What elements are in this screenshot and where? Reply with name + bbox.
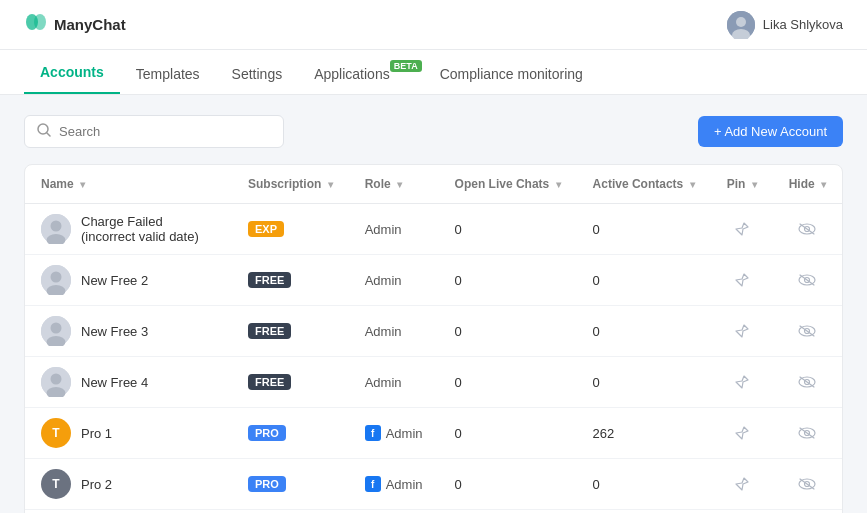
account-name: New Free 4 (81, 375, 148, 390)
pin-icon[interactable] (727, 425, 757, 441)
open-live-chats-cell: 0 (439, 459, 577, 510)
subscription-cell: PRO (232, 408, 349, 459)
subscription-cell: PRO (232, 459, 349, 510)
col-role[interactable]: Role ▾ (349, 165, 439, 204)
hide-icon[interactable] (789, 426, 826, 440)
hide-icon[interactable] (789, 222, 826, 236)
active-contacts-cell: 0 (577, 459, 711, 510)
avatar: T (41, 469, 71, 499)
nav-item-applications[interactable]: Applications BETA (298, 52, 424, 94)
facebook-icon: f (365, 425, 381, 441)
hide-icon[interactable] (789, 324, 826, 338)
active-contacts-cell: 0 (577, 357, 711, 408)
pin-cell[interactable] (711, 408, 773, 459)
sort-arrow-hide: ▾ (821, 179, 826, 190)
subscription-badge: EXP (248, 221, 284, 237)
svg-point-20 (51, 323, 62, 334)
svg-point-3 (736, 17, 746, 27)
table-row: New Free 3 FREE Admin 0 0 (25, 306, 842, 357)
nav-bar: Accounts Templates Settings Applications… (0, 50, 867, 95)
hide-cell[interactable] (773, 255, 842, 306)
add-new-account-button[interactable]: + Add New Account (698, 116, 843, 147)
nav-item-settings[interactable]: Settings (216, 52, 299, 94)
pin-icon[interactable] (727, 374, 757, 390)
open-live-chats-cell: 0 (439, 204, 577, 255)
account-name-cell: New Free 2 (25, 255, 232, 306)
nav-label-settings: Settings (232, 66, 283, 82)
sort-arrow-name: ▾ (80, 179, 85, 190)
hide-cell[interactable] (773, 357, 842, 408)
hide-cell[interactable] (773, 408, 842, 459)
toolbar: + Add New Account (24, 115, 843, 148)
hide-cell[interactable] (773, 204, 842, 255)
col-hide[interactable]: Hide ▾ (773, 165, 842, 204)
active-contacts-value: 262 (593, 426, 615, 441)
nav-label-compliance: Compliance monitoring (440, 66, 583, 82)
account-name: Pro 2 (81, 477, 112, 492)
account-name-cell: New Free 4 (25, 357, 232, 408)
hide-cell[interactable] (773, 510, 842, 514)
pin-cell[interactable] (711, 255, 773, 306)
open-live-chats-value: 0 (455, 477, 462, 492)
app-container: ManyChat Lika Shlykova Accounts Template… (0, 0, 867, 513)
pin-icon[interactable] (727, 272, 757, 288)
account-name: Charge Failed (incorrect valid date) (81, 214, 216, 244)
search-box[interactable] (24, 115, 284, 148)
avatar (41, 214, 71, 244)
avatar (41, 316, 71, 346)
table-row: Pro 3 PRO Admin 0 0 (25, 510, 842, 514)
nav-item-templates[interactable]: Templates (120, 52, 216, 94)
accounts-table: Name ▾ Subscription ▾ Role ▾ Open Live (24, 164, 843, 513)
hide-cell[interactable] (773, 306, 842, 357)
table-row: New Free 4 FREE Admin 0 0 (25, 357, 842, 408)
logo-area: ManyChat (24, 10, 126, 39)
open-live-chats-cell: 0 (439, 306, 577, 357)
nav-item-accounts[interactable]: Accounts (24, 50, 120, 94)
avatar-letter: T (52, 477, 59, 491)
col-subscription[interactable]: Subscription ▾ (232, 165, 349, 204)
search-input[interactable] (59, 124, 271, 139)
pin-cell[interactable] (711, 459, 773, 510)
nav-item-compliance[interactable]: Compliance monitoring (424, 52, 599, 94)
col-active-contacts[interactable]: Active Contacts ▾ (577, 165, 711, 204)
nav-label-accounts: Accounts (40, 64, 104, 80)
active-contacts-cell: 0 (577, 510, 711, 514)
role-cell: f Admin (349, 408, 439, 459)
account-name-cell: T Pro 2 (25, 459, 232, 510)
pin-cell[interactable] (711, 306, 773, 357)
subscription-cell: PRO (232, 510, 349, 514)
open-live-chats-cell: 0 (439, 408, 577, 459)
account-name: Pro 1 (81, 426, 112, 441)
hide-icon[interactable] (789, 273, 826, 287)
pin-cell[interactable] (711, 204, 773, 255)
hide-icon[interactable] (789, 477, 826, 491)
active-contacts-value: 0 (593, 222, 600, 237)
table-row: T Pro 2 PRO f Admin 0 0 (25, 459, 842, 510)
svg-point-1 (34, 14, 46, 30)
user-area[interactable]: Lika Shlykova (727, 11, 843, 39)
avatar: T (41, 418, 71, 448)
role-label: Admin (365, 324, 402, 339)
hide-icon[interactable] (789, 375, 826, 389)
pin-icon[interactable] (727, 476, 757, 492)
pin-icon[interactable] (727, 323, 757, 339)
subscription-badge: PRO (248, 425, 286, 441)
pin-cell[interactable] (711, 510, 773, 514)
pin-icon[interactable] (727, 221, 757, 237)
hide-cell[interactable] (773, 459, 842, 510)
role-label: Admin (365, 222, 402, 237)
active-contacts-cell: 0 (577, 204, 711, 255)
col-pin[interactable]: Pin ▾ (711, 165, 773, 204)
active-contacts-value: 0 (593, 273, 600, 288)
subscription-cell: FREE (232, 255, 349, 306)
col-open-live-chats[interactable]: Open Live Chats ▾ (439, 165, 577, 204)
open-live-chats-value: 0 (455, 324, 462, 339)
role-cell: f Admin (349, 459, 439, 510)
subscription-badge: FREE (248, 323, 291, 339)
active-contacts-value: 0 (593, 375, 600, 390)
col-name[interactable]: Name ▾ (25, 165, 232, 204)
svg-point-8 (51, 221, 62, 232)
svg-point-14 (51, 272, 62, 283)
sort-arrow-pin: ▾ (752, 179, 757, 190)
pin-cell[interactable] (711, 357, 773, 408)
